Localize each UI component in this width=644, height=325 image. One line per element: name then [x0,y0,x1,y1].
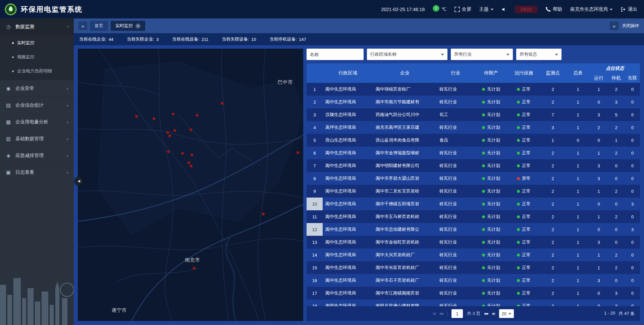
status-dot-icon [517,203,520,206]
speaker-icon[interactable] [501,7,507,12]
next-page-button[interactable]: ▶▶ [485,312,489,315]
map-pin[interactable] [166,132,173,139]
sidebar-subitem[interactable]: 企业电力负荷明细 [0,64,74,78]
table-row[interactable]: 11 阆中生态环境局 阆中市五马桥页岩机砖 砖瓦行业 无计划 正常 2 1 1 … [307,210,640,223]
row-running: 3 [590,172,607,185]
row-company: 阆中市二龙长宝页岩砖 [373,185,437,198]
row-company: 阆中市光富页岩机砖厂 [373,261,437,274]
row-index: 5 [307,134,323,147]
row-treatment-status: 正常 [508,300,540,306]
map-pin[interactable] [179,150,186,157]
chevron-icon: ‹ [67,153,68,158]
region-select[interactable]: 行政区域名称 [367,49,447,60]
map-pin[interactable] [294,149,301,156]
tab[interactable]: 实时监控 × [111,21,145,31]
table-row[interactable]: 2 阆中生态环境局 阆中市南方节能建材有 砖瓦行业 无计划 正常 2 1 0 3… [307,96,640,108]
alert-count-badge[interactable]: 2632 [515,6,537,13]
table-row[interactable]: 16 阆中生态环境局 阆中市石子页岩机砖厂 砖瓦行业 无计划 正常 2 1 3 … [307,274,640,287]
sidebar-subitem[interactable]: 视频监控 [0,50,74,64]
row-treatment-status: 正常 [508,249,540,261]
sidebar-group[interactable]: ▦ 企业用电量分析 ‹ [0,114,74,130]
row-total-meter: 1 [566,108,590,121]
table-row[interactable]: 15 阆中生态环境局 阆中市光富页岩机砖厂 砖瓦行业 无计划 正常 2 1 1 … [307,261,640,274]
map-pin[interactable] [194,112,201,119]
table-row[interactable]: 7 阆中生态环境局 阆中明阳建材有限公司 砖瓦行业 无计划 正常 2 1 3 0… [307,159,640,172]
map-pin[interactable] [189,152,195,158]
last-page-button[interactable]: ▶| [492,312,495,315]
help-button[interactable]: 帮助 [545,6,562,12]
name-search-input[interactable] [307,49,364,60]
theme-dropdown[interactable]: 主题 [479,6,493,12]
content: ◀ [74,45,644,325]
fullscreen-button[interactable]: 全屏 [454,6,471,12]
map-pin[interactable] [170,111,176,117]
table-row[interactable]: 4 高坪生态环境局 南充市高坪区王家店建 砖瓦行业 无计划 正常 3 1 2 2… [307,121,640,134]
tab-scroll-left-icon[interactable]: « [78,21,87,30]
row-running: 3 [590,159,607,172]
industry-select[interactable]: 所有行业 [451,49,513,60]
map-pin[interactable] [133,113,140,120]
row-company: 阆中明阳建材有限公司 [373,159,437,172]
chevron-icon: ‹ [67,119,68,125]
table-row[interactable]: 18 南部生态环境局 南部县双佛山建材有限 砖瓦行业 无计划 正常 2 1 0 … [307,300,640,306]
city-silhouette-decoration [0,258,74,325]
table-row[interactable]: 12 阆中生态环境局 阆中市忠信建材有限公 砖瓦行业 无计划 正常 2 1 0 … [307,223,640,236]
table-row[interactable]: 3 仪陇生态环境局 西南油气田分公司川中 化工 无计划 正常 7 1 3 5 0 [307,108,640,121]
table-row[interactable]: 10 阆中生态环境局 阆中千佛镇五郎垭页岩 砖瓦行业 无计划 正常 2 1 0 … [307,198,640,210]
close-operations-button[interactable]: 关闭操作 [622,23,639,29]
sidebar-group[interactable]: ◉ 企业异常 ‹ [0,80,74,97]
tab-label: 实时监控 [115,23,133,29]
sidebar-group[interactable]: ▥ 基础数据管理 ‹ [0,130,74,147]
menu-label: 日志查看 [15,169,63,175]
sidebar-group[interactable]: ▤ 企业综合统计 ‹ [0,97,74,114]
row-total-meter: 1 [566,83,590,96]
header-right: 2021-02-25 17:46:18 0 ℃ 全屏 主题 2632 帮助 南充… [381,6,637,13]
row-treatment-status: 正常 [508,108,540,121]
total-pages-label: 共 3 页 [467,311,480,317]
row-company: 阆中大兴页岩机砖厂 [373,249,437,261]
collapse-panel-button[interactable]: ◀ [74,177,83,185]
map-pin[interactable] [165,148,172,155]
map-pin[interactable] [260,211,267,217]
table-row[interactable]: 17 阆中生态环境局 阆中市江南镇阆南页岩 砖瓦行业 无计划 正常 2 1 0 … [307,287,640,300]
first-page-button[interactable]: |◀ [433,312,435,315]
sidebar-subitem[interactable]: 实时监控 [0,36,74,50]
sidebar-group[interactable]: ▣ 日志查看 ‹ [0,164,74,181]
table-row[interactable]: 5 营山生态环境局 营山县润丰肉食品有限 食品 无计划 正常 1 0 0 1 0 [307,134,640,147]
tab-scroll-right-icon[interactable]: » [610,21,619,30]
row-treatment-status: 正常 [508,223,540,236]
table-row[interactable]: 8 阆中生态环境局 阆中市枣碧大梁山页岩 砖瓦行业 无计划 异常 2 1 3 0… [307,172,640,185]
org-dropdown[interactable]: 南充市生态环境局 [570,6,612,12]
prev-page-button[interactable]: ◀◀ [439,312,443,315]
page-number-input[interactable]: 1 [451,309,463,318]
row-total-meter: 1 [566,261,590,274]
row-index: 13 [307,236,323,249]
table-row[interactable]: 6 阆中生态环境局 阆中市金博瑞新型墙材 砖瓦行业 无计划 正常 2 1 1 2… [307,147,640,159]
map-pin[interactable] [219,100,225,107]
page-size-select[interactable]: 20 [499,309,514,318]
map-panel[interactable]: 巴中市南充市遂宁市 [78,49,303,321]
row-production-status: 无计划 [474,236,508,249]
row-total-meter: 1 [566,236,590,249]
status-dot-icon [517,241,520,244]
map-pin[interactable] [188,163,195,169]
table-row[interactable]: 1 阆中生态环境局 阆中强锐页岩砖厂 砖瓦行业 无计划 正常 2 1 1 2 0 [307,83,640,96]
status-select[interactable]: 所有状态 [516,49,561,60]
tab[interactable]: 首页 [90,21,108,31]
row-company: 阆中市枣碧大梁山页岩 [373,172,437,185]
col-offline: 失联 [625,73,640,83]
status-dot-icon [482,88,485,91]
map-pin[interactable] [151,115,157,122]
table-row[interactable]: 14 阆中生态环境局 阆中大兴页岩机砖厂 砖瓦行业 无计划 正常 2 1 1 2… [307,249,640,261]
logout-button[interactable]: 退出 [621,6,637,12]
status-dot-icon [517,292,520,295]
status-dot-icon [517,152,520,155]
close-icon[interactable]: × [136,23,141,29]
sidebar-group[interactable]: ◷ 数据监测 ‹ [0,18,74,35]
row-index: 18 [307,300,323,306]
map-pin[interactable] [187,126,194,133]
sidebar-group[interactable]: ◈ 应急减排管理 ‹ [0,147,74,164]
table-row[interactable]: 13 阆中生态环境局 阆中市金福旺页岩机砖 砖瓦行业 无计划 正常 2 1 3 … [307,236,640,249]
map-pin[interactable] [191,265,198,272]
table-row[interactable]: 9 阆中生态环境局 阆中市二龙长宝页岩砖 砖瓦行业 无计划 正常 2 1 1 2… [307,185,640,198]
